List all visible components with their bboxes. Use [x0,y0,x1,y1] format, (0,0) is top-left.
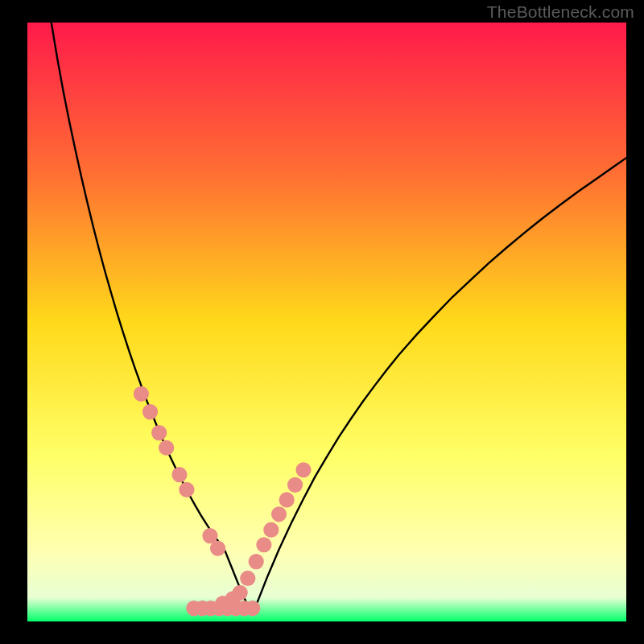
marker-dot [134,386,149,402]
marker-dot [245,601,260,616]
marker-dot [279,492,295,507]
marker-dot [295,462,311,477]
bottom-horizontal-markers [186,601,260,616]
marker-dot [240,571,255,586]
marker-dot [179,482,194,497]
gradient-background [27,23,626,621]
marker-dot [271,506,287,522]
marker-dot [256,537,271,552]
plot-area [27,23,626,621]
chart-svg [27,23,626,621]
chart-frame: TheBottleneck.com [0,0,644,644]
marker-dot [142,404,158,419]
marker-dot [159,440,174,456]
marker-dot [210,541,225,556]
marker-dot [151,425,167,440]
marker-dot [287,477,303,493]
marker-dot [249,554,264,569]
marker-dot [171,467,187,482]
marker-dot [233,585,248,601]
marker-dot [263,522,279,538]
watermark-label: TheBottleneck.com [487,2,634,22]
